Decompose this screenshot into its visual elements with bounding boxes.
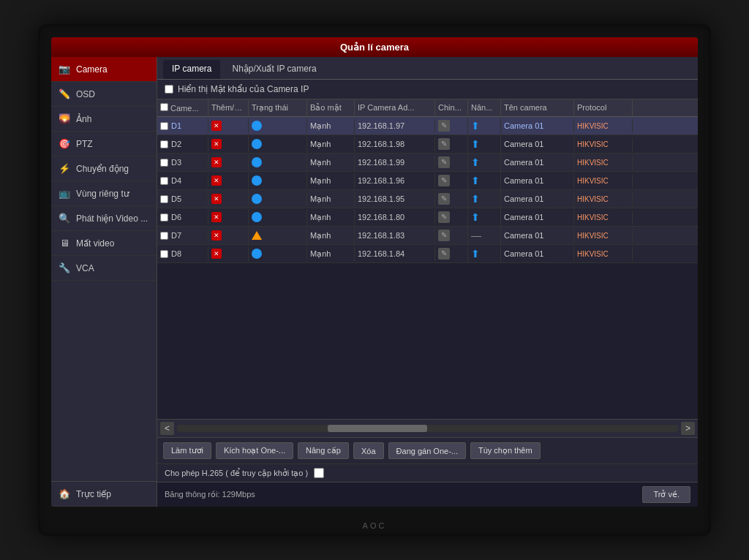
td-d5-nan: ⬆ xyxy=(468,190,501,208)
edit-icon-d2[interactable]: ✎ xyxy=(438,138,450,150)
row-checkbox-d5[interactable] xyxy=(160,195,168,203)
td-d5-name: D5 xyxy=(157,192,208,206)
sidebar-item-osd[interactable]: ✏️ OSD xyxy=(51,82,157,107)
row-checkbox-d1[interactable] xyxy=(160,122,168,130)
scrollbar-track[interactable] xyxy=(177,425,678,432)
sidebar-item-camera[interactable]: 📷 Camera xyxy=(51,57,157,82)
delete-icon-d4[interactable]: ✕ xyxy=(211,175,222,186)
tab-nhap-xuat[interactable]: Nhập/Xuất IP camera xyxy=(223,60,325,79)
select-all-checkbox[interactable] xyxy=(160,103,168,111)
delete-icon-d5[interactable]: ✕ xyxy=(211,194,222,204)
edit-icon-d1[interactable]: ✎ xyxy=(438,120,450,132)
sidebar-bottom: 🏠 Trực tiếp xyxy=(51,481,157,507)
delete-icon-d2[interactable]: ✕ xyxy=(211,139,222,149)
row-checkbox-d7[interactable] xyxy=(160,232,168,240)
edit-icon-d8[interactable]: ✎ xyxy=(438,248,450,260)
td-d5-action: ✕ xyxy=(208,191,249,207)
sidebar-item-ptz[interactable]: 🎯 PTZ xyxy=(51,132,157,156)
dang-gan-one-button[interactable]: Đang gán One-... xyxy=(388,442,466,459)
table-row: D3 ✕ Mạnh 192.168.1.99 ✎ ⬆ Camera 01 HIK… xyxy=(157,154,698,172)
sidebar-item-anh[interactable]: 🌄 Ảnh xyxy=(51,107,157,132)
table-row: D6 ✕ Mạnh 192.168.1.80 ✎ ⬆ Camera 01 HIK… xyxy=(157,208,698,227)
row-checkbox-d2[interactable] xyxy=(160,140,168,148)
monitor-screen: Quản lí camera 📷 Camera ✏️ OSD 🌄 xyxy=(51,37,698,507)
edit-icon-d5[interactable]: ✎ xyxy=(438,193,450,205)
td-d7-name: D7 xyxy=(157,228,208,243)
td-d4-protocol: HIKVISIC xyxy=(574,174,633,188)
td-d7-ip: 192.168.1.83 xyxy=(355,228,435,243)
osd-icon: ✏️ xyxy=(59,88,70,99)
td-d8-action: ✕ xyxy=(208,246,249,262)
sidebar-item-vca[interactable]: 🔧 VCA xyxy=(51,256,157,281)
delete-icon-d1[interactable]: ✕ xyxy=(211,121,222,131)
edit-icon-d6[interactable]: ✎ xyxy=(438,211,450,223)
row-checkbox-d4[interactable] xyxy=(160,177,168,185)
delete-icon-d7[interactable]: ✕ xyxy=(211,230,222,241)
td-d1-nan: ⬆ xyxy=(468,117,501,135)
show-password-checkbox[interactable] xyxy=(165,85,173,94)
sidebar-item-mat-video[interactable]: 🖥 Mất video xyxy=(51,231,157,256)
td-d7-baomat: Mạnh xyxy=(307,228,355,243)
lam-tuoi-button[interactable]: Làm tươi xyxy=(163,442,211,459)
status-online-d5 xyxy=(252,194,262,204)
button-row: Làm tươi Kích hoạt One-... Nâng cấp Xóa … xyxy=(157,437,698,463)
td-d5-chin: ✎ xyxy=(435,190,468,208)
scroll-right-button[interactable]: > xyxy=(681,422,695,435)
edit-icon-d3[interactable]: ✎ xyxy=(438,156,450,168)
h265-row: Cho phép H.265 ( để truy cập khởi tạo ) xyxy=(157,463,698,482)
td-d7-protocol: HIKVISIC xyxy=(574,229,633,243)
td-d3-chin: ✎ xyxy=(435,154,468,171)
td-d5-ip: 192.168.1.95 xyxy=(355,192,435,206)
td-d1-camera: Camera 01 xyxy=(501,118,574,133)
delete-icon-d3[interactable]: ✕ xyxy=(211,157,222,167)
th-protocol: Protocol xyxy=(574,99,633,116)
th-came: Came... xyxy=(157,99,208,116)
table-header: Came... Thêm/Xóa Trạng thái Bảo mật IP C… xyxy=(157,99,698,117)
td-d4-chin: ✎ xyxy=(435,172,468,189)
table-row: D8 ✕ Mạnh 192.168.1.84 ✎ ⬆ Camera 01 HIK… xyxy=(157,245,698,263)
app-container: Quản lí camera 📷 Camera ✏️ OSD 🌄 xyxy=(51,37,698,507)
td-d3-baomat: Mạnh xyxy=(307,155,355,170)
td-d1-name: D1 xyxy=(157,118,208,133)
scroll-left-button[interactable]: < xyxy=(160,422,174,435)
sidebar-item-truc-tiep[interactable]: 🏠 Trực tiếp xyxy=(51,482,157,507)
nang-cap-button[interactable]: Nâng cấp xyxy=(298,442,349,459)
row-checkbox-d8[interactable] xyxy=(160,250,168,258)
sidebar-item-phat-hien-video[interactable]: 🔍 Phát hiện Video ... xyxy=(51,206,157,231)
up-icon-d2: ⬆ xyxy=(471,138,480,150)
up-icon-d6: ⬆ xyxy=(471,211,480,223)
tab-ip-camera[interactable]: IP camera xyxy=(163,60,220,79)
camera-icon: 📷 xyxy=(59,64,70,75)
status-online-d6 xyxy=(252,212,262,222)
tuy-chon-them-button[interactable]: Tùy chọn thêm xyxy=(470,442,541,459)
up-icon-d8: ⬆ xyxy=(471,248,480,260)
content-area: IP camera Nhập/Xuất IP camera Hiển thị M… xyxy=(157,57,698,507)
status-online-d4 xyxy=(252,175,262,186)
edit-icon-d7[interactable]: ✎ xyxy=(438,230,450,241)
up-icon-d1: ⬆ xyxy=(471,120,480,132)
scrollbar-row: < > xyxy=(157,419,698,437)
status-warning-d7 xyxy=(252,231,262,240)
scrollbar-thumb xyxy=(328,425,428,432)
xoa-button[interactable]: Xóa xyxy=(353,442,384,459)
th-nan: Nân... xyxy=(468,99,501,116)
vung-icon: 📺 xyxy=(59,188,70,199)
td-d4-camera: Camera 01 xyxy=(501,173,574,188)
row-checkbox-d6[interactable] xyxy=(160,213,168,222)
sidebar-label-vung: Vùng riêng tư xyxy=(76,189,129,199)
row-checkbox-d3[interactable] xyxy=(160,159,168,167)
status-online-d3 xyxy=(252,157,262,167)
td-d6-camera: Camera 01 xyxy=(501,210,574,224)
sidebar-item-vung-rieng-tu[interactable]: 📺 Vùng riêng tư xyxy=(51,181,157,206)
kich-hoat-one-button[interactable]: Kích hoạt One-... xyxy=(216,442,293,459)
td-d2-protocol: HIKVISIC xyxy=(574,137,633,151)
h265-checkbox[interactable] xyxy=(314,468,324,478)
vca-icon: 🔧 xyxy=(59,262,70,273)
td-d6-baomat: Mạnh xyxy=(307,210,355,225)
sidebar-item-chuyen-dong[interactable]: ⚡ Chuyển động xyxy=(51,156,157,181)
edit-icon-d4[interactable]: ✎ xyxy=(438,175,450,186)
delete-icon-d8[interactable]: ✕ xyxy=(211,249,222,259)
delete-icon-d6[interactable]: ✕ xyxy=(211,212,222,222)
td-d8-name: D8 xyxy=(157,246,208,261)
back-button[interactable]: Trở về. xyxy=(642,486,690,503)
